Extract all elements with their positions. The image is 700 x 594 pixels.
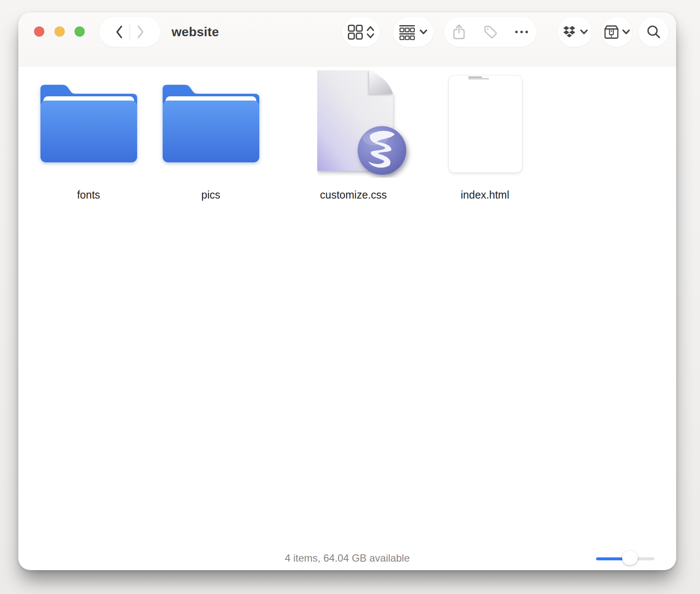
emacs-logo (358, 126, 406, 175)
emacs-document-icon (317, 70, 414, 178)
slider-knob[interactable] (622, 551, 638, 565)
blue-folder-icon (40, 83, 137, 162)
view-options-button[interactable] (342, 17, 380, 47)
minimize-button[interactable] (55, 26, 65, 37)
file-name: customize.css (277, 189, 430, 201)
share-button[interactable] (452, 23, 466, 40)
close-button[interactable] (34, 26, 44, 37)
more-actions-button[interactable] (514, 30, 529, 34)
tag-icon (483, 24, 498, 40)
file-item-index-html[interactable]: index.html (425, 68, 545, 204)
back-button[interactable] (114, 24, 124, 40)
chevron-right-icon (135, 24, 146, 40)
chevron-left-icon (114, 24, 124, 40)
icon-size-slider[interactable] (596, 549, 654, 568)
group-by-button[interactable] (393, 17, 433, 47)
ellipsis-icon (514, 30, 529, 34)
navigation-buttons (99, 17, 161, 47)
group-rows-icon (399, 24, 416, 40)
grid-view-icon (347, 24, 363, 40)
blue-folder-icon (163, 83, 259, 162)
box-icon (603, 24, 620, 40)
file-item-pics[interactable]: pics (151, 68, 270, 204)
desktop: { "window": { "title": "website" }, "too… (0, 0, 700, 594)
title-bar: website (18, 12, 676, 67)
chevron-down-icon (580, 29, 588, 35)
file-item-customize-css[interactable]: customize.css (294, 68, 413, 204)
chevron-up-down-icon (366, 24, 375, 40)
forward-button[interactable] (135, 24, 146, 40)
file-item-fonts[interactable]: fonts (29, 68, 148, 204)
maximize-button[interactable] (75, 26, 85, 37)
nav-divider (129, 24, 130, 40)
window-title: website (172, 23, 219, 40)
file-name: index.html (408, 189, 562, 201)
share-icon (452, 23, 466, 40)
archive-utility-button[interactable] (601, 17, 632, 47)
actions-button-group (444, 17, 536, 47)
blank-document-icon (449, 75, 522, 173)
chevron-down-icon (419, 29, 428, 35)
status-bar-text: 4 items, 64.04 GB available (18, 552, 676, 564)
tags-button[interactable] (483, 24, 498, 40)
file-name: pics (134, 189, 287, 201)
dropbox-button[interactable] (558, 17, 592, 47)
finder-window: website (18, 12, 676, 570)
search-button[interactable] (639, 17, 668, 47)
thumbnail-text-line (468, 77, 482, 78)
dropbox-icon (562, 26, 577, 39)
thumbnail-text-line (468, 78, 489, 79)
search-icon (646, 24, 662, 40)
chevron-down-icon (622, 29, 631, 35)
